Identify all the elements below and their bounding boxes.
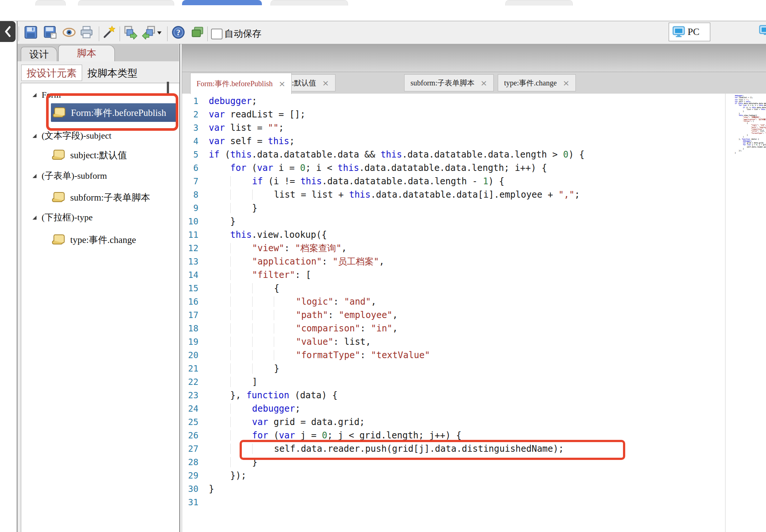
tab-close-icon[interactable]: ×: [279, 79, 285, 88]
line-number: 13: [182, 255, 198, 268]
layers-icon[interactable]: [190, 25, 204, 39]
line-number: 11: [182, 228, 198, 241]
save-icon[interactable]: [24, 25, 38, 39]
filter-by-design-element[interactable]: 按设计元素: [21, 65, 82, 81]
collapse-triangle-icon[interactable]: [32, 173, 37, 179]
export-icon[interactable]: [123, 25, 137, 39]
tree-item[interactable]: type:事件.change: [21, 231, 179, 248]
code-line[interactable]: [209, 496, 584, 509]
line-number: 3: [182, 121, 198, 134]
code-line[interactable]: }, function (data) {: [209, 389, 584, 402]
code-line[interactable]: "path": "employee",: [209, 308, 584, 322]
code-line[interactable]: }: [209, 482, 584, 496]
import-dropdown-caret-icon[interactable]: [157, 30, 162, 35]
code-line[interactable]: if (this.data.datatable.data && this.dat…: [209, 148, 584, 161]
line-number: 22: [182, 375, 198, 389]
save-as-icon[interactable]: [43, 25, 57, 39]
code-line[interactable]: debugger;: [209, 94, 584, 108]
line-number: 16: [182, 295, 198, 308]
code-line[interactable]: });: [209, 469, 584, 482]
code-line[interactable]: if (i != this.data.datatable.data.length…: [209, 175, 584, 188]
code-line[interactable]: {: [209, 282, 584, 295]
tab-script[interactable]: 脚本: [58, 45, 115, 61]
editor-tab[interactable]: type:事件.change×: [498, 74, 576, 91]
code-line[interactable]: this.view.lookup({: [209, 228, 584, 241]
tree-group-label: (文本字段)-subject: [42, 130, 111, 142]
line-number: 8: [182, 188, 198, 201]
tree-item[interactable]: subform:子表单脚本: [21, 189, 179, 205]
code-line[interactable]: var grid = data.grid;: [209, 415, 584, 429]
tab-close-icon[interactable]: ×: [563, 78, 569, 88]
code-line[interactable]: }: [209, 215, 584, 228]
editor-tab-label: Form:事件.beforePublish: [197, 79, 273, 89]
toolbar-separator: [19, 26, 19, 41]
panel-splitter[interactable]: [179, 44, 180, 532]
filter-by-script-type[interactable]: 按脚本类型: [87, 65, 137, 81]
help-icon[interactable]: ?: [171, 25, 185, 39]
toolbar-separator: [167, 26, 168, 41]
device-mode-mobile-button[interactable]: [759, 24, 766, 40]
browser-tab-fragment[interactable]: [270, 0, 348, 6]
tab-design[interactable]: 设计: [21, 47, 57, 61]
code-line[interactable]: }: [209, 201, 584, 215]
toolbar-separator: [99, 26, 99, 41]
tree-group[interactable]: (子表单)-subform: [21, 170, 179, 182]
code-line[interactable]: debugger;: [209, 402, 584, 415]
code-line[interactable]: "application": "员工档案",: [209, 255, 584, 268]
script-scroll-icon: [52, 149, 65, 161]
collapse-panel-button[interactable]: [0, 21, 16, 42]
tab-close-icon[interactable]: ×: [322, 78, 329, 88]
tree-group[interactable]: (下拉框)-type: [21, 211, 179, 223]
line-number: 19: [182, 335, 198, 348]
code-line[interactable]: var self = this;: [209, 134, 584, 148]
import-icon[interactable]: [142, 25, 156, 39]
line-number: 25: [182, 415, 198, 429]
device-mode-pc-button[interactable]: PC: [669, 23, 710, 41]
code-line[interactable]: list = list + this.data.datatable.data[i…: [209, 188, 584, 201]
editor-header-band: [182, 44, 766, 72]
code-line[interactable]: ]: [209, 375, 584, 389]
code-line[interactable]: "filter": [: [209, 268, 584, 282]
tree-item[interactable]: subject:默认值: [21, 147, 179, 163]
code-line[interactable]: "comparison": "in",: [209, 322, 584, 335]
code-editor[interactable]: 1234567891011121314151617181920212223242…: [182, 94, 766, 532]
code-line[interactable]: for (var i = 0; i < this.data.datatable.…: [209, 161, 584, 175]
code-line[interactable]: "logic": "and",: [209, 295, 584, 308]
line-number: 23: [182, 389, 198, 402]
autosave-checkbox[interactable]: [211, 29, 223, 39]
line-number: 21: [182, 362, 198, 375]
collapse-triangle-icon[interactable]: [32, 215, 37, 220]
tree-item-label: type:事件.change: [70, 234, 136, 246]
device-mode-label: PC: [688, 26, 700, 38]
code-line[interactable]: var list = "";: [209, 121, 584, 134]
script-filter-bar: 按设计元素 按脚本类型: [17, 63, 179, 82]
line-number: 1: [182, 94, 198, 108]
browser-tab-fragment[interactable]: [505, 0, 573, 6]
toolbar-separator: [207, 26, 208, 41]
editor-tab[interactable]: Form:事件.beforePublish×: [190, 73, 292, 94]
print-icon[interactable]: [79, 25, 94, 39]
code-line[interactable]: "view": "档案查询",: [209, 241, 584, 255]
line-number: 10: [182, 215, 198, 228]
browser-tab-fragment[interactable]: [78, 0, 174, 6]
line-number: 4: [182, 134, 198, 148]
preview-eye-icon[interactable]: [62, 25, 76, 39]
magic-wand-icon[interactable]: [102, 25, 116, 39]
editor-tab[interactable]: subform:子表单脚本×: [404, 74, 494, 91]
code-line[interactable]: var readList = [];: [209, 108, 584, 121]
code-line[interactable]: "formatType": "textValue": [209, 348, 584, 362]
line-number: 6: [182, 161, 198, 175]
script-tree: FormForm:事件.beforePublish(文本字段)-subjects…: [21, 83, 179, 532]
browser-tab-active-fragment[interactable]: [182, 0, 262, 5]
code-line[interactable]: "value": list,: [209, 335, 584, 348]
line-number: 31: [182, 496, 198, 509]
collapse-triangle-icon[interactable]: [32, 92, 37, 98]
line-number-gutter: 1234567891011121314151617181920212223242…: [182, 94, 202, 509]
tab-close-icon[interactable]: ×: [480, 78, 487, 88]
minimap-line: }: [735, 152, 766, 154]
collapse-triangle-icon[interactable]: [32, 133, 37, 139]
code-line[interactable]: }: [209, 362, 584, 375]
code-minimap[interactable]: debugger;var readList = [];var list = ""…: [735, 95, 766, 169]
browser-tab-fragment[interactable]: [35, 0, 66, 6]
tree-group[interactable]: (文本字段)-subject: [21, 130, 179, 142]
